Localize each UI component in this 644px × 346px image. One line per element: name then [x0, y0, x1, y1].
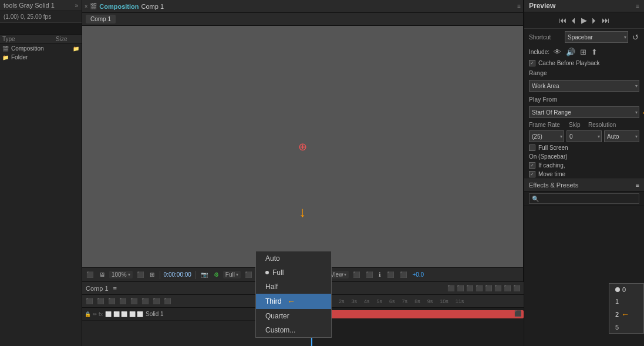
ruler-mark-11s: 11s [456, 298, 464, 304]
move-time-checkbox[interactable] [529, 171, 535, 177]
timecode-display[interactable]: 0:00:00:00 [164, 271, 191, 278]
3d-btn[interactable]: ⬛ [364, 271, 375, 278]
ep-search [524, 192, 644, 206]
play-btn[interactable]: ▶ [581, 16, 587, 25]
ruler-mark-2s: 2s [339, 298, 345, 304]
dropdown-item-quarter[interactable]: Quarter [256, 309, 331, 323]
tl-layer-tool-1[interactable]: ⬛ [85, 298, 94, 304]
tl-tool-3[interactable]: ⬛ [466, 285, 473, 291]
full-label: Full [272, 268, 284, 277]
ep-search-input[interactable] [529, 193, 639, 204]
export-icon-btn[interactable]: ⬆ [591, 47, 598, 57]
preview-btn[interactable]: ⬛ [385, 271, 396, 278]
layer-bar[interactable] [311, 310, 524, 318]
viewer-toggle-btn[interactable]: 🖥 [97, 271, 107, 278]
tl-tool-7[interactable]: ⬛ [504, 285, 511, 291]
skip-option-2[interactable]: 2 ← [609, 307, 643, 321]
right-panel: Preview ≡ ⏮ ⏴ ▶ ⏵ ⏭ Shortcut Spacebar ↺ [524, 0, 644, 346]
left-panel-expand-icon[interactable]: » [75, 2, 78, 9]
audio-icon-btn[interactable]: 🔊 [565, 47, 576, 57]
eye-icon-btn[interactable]: 👁 [553, 47, 562, 57]
play-from-section-label: Play From [524, 94, 644, 104]
tl-tool-4[interactable]: ⬛ [476, 285, 483, 291]
tl-tool-6[interactable]: ⬛ [494, 285, 501, 291]
quality-dropdown-arrow: ▾ [236, 272, 238, 277]
tl-layer-tool-4[interactable]: ⬛ [118, 298, 127, 304]
range-select[interactable]: Work Area [529, 80, 639, 92]
layer-name[interactable]: Solid 1 [146, 311, 274, 317]
tl-tool-1[interactable]: ⬛ [447, 285, 454, 291]
shortcut-row: Shortcut Spacebar ↺ [524, 29, 644, 45]
cache-before-playback-row: Cache Before Playback [524, 59, 644, 68]
dropdown-item-third[interactable]: Third ← [256, 294, 331, 309]
info-btn[interactable]: ℹ [377, 271, 383, 278]
include-label: Include: [529, 49, 549, 55]
grid-btn[interactable]: ⊞ [148, 271, 156, 278]
skip-dot [615, 287, 620, 292]
ruler-mark-6s: 6s [389, 298, 395, 304]
skip-back-btn[interactable]: ⏮ [559, 16, 567, 25]
color-btn[interactable]: ⚙ [212, 271, 221, 278]
tl-tool-2[interactable]: ⬛ [457, 285, 464, 291]
project-search-bar [0, 23, 82, 35]
play-from-select[interactable]: Start Of Range [529, 106, 639, 118]
shortcut-select[interactable]: Spacebar [565, 31, 628, 43]
frame-rate-label: Frame Rate [529, 122, 564, 128]
ruler-mark-8s: 8s [414, 298, 420, 304]
third-label: Third [265, 297, 281, 305]
comp-tab-icon: 🎬 [90, 3, 97, 9]
dropdown-item-full[interactable]: Full [256, 266, 331, 280]
coords-text: (1.00) 0, 25.00 fps [4, 14, 51, 20]
shortcut-select-wrapper: Spacebar [565, 31, 628, 43]
skip-option-dot[interactable]: 0 [609, 284, 643, 295]
timeline-right: 0s 1s 2s 3s 4s 5s 6s 7s 8s 9s 10s 11s [311, 295, 524, 346]
shortcut-label: Shortcut [529, 34, 561, 41]
tl-layer-tool-8[interactable]: ⬛ [163, 298, 172, 304]
zoom-dropdown[interactable]: 100% ▾ [109, 271, 133, 278]
skip-option-5[interactable]: 5 [609, 321, 643, 333]
tl-layer-tool-7[interactable]: ⬛ [151, 298, 161, 304]
comp-tab-close[interactable]: × [85, 4, 87, 9]
timeline-menu-icon[interactable]: ≡ [113, 285, 117, 292]
skip-forward-btn[interactable]: ⏭ [602, 16, 609, 25]
left-panel: tools Gray Solid 1 » (1.00) 0, 25.00 fps… [0, 0, 82, 346]
dropdown-item-half[interactable]: Half [256, 280, 331, 294]
tl-layer-tool-5[interactable]: ⬛ [129, 298, 139, 304]
transparency-btn[interactable]: ⬛ [243, 271, 254, 278]
preview-menu-icon[interactable]: ≡ [636, 3, 639, 9]
tl-tool-8[interactable]: ⬛ [513, 285, 520, 291]
quality-dropdown[interactable]: Full ▾ [223, 271, 241, 278]
snapshot-btn[interactable]: 📷 [199, 271, 210, 278]
tl-layer-tool-2[interactable]: ⬛ [96, 298, 105, 304]
if-caching-checkbox[interactable] [529, 162, 535, 169]
view-options-btn[interactable]: ⬛ [135, 271, 146, 278]
comp-tab-menu-icon[interactable]: ≡ [517, 3, 521, 9]
skip-option-1[interactable]: 1 [609, 295, 643, 307]
dropdown-item-auto[interactable]: Auto [256, 251, 331, 266]
render-btn[interactable]: ⬛ [398, 271, 409, 278]
overflow-icon-btn[interactable]: ⊞ [579, 47, 587, 57]
skip-select[interactable]: 0 [567, 130, 602, 142]
fullscreen-row: Full Screen [524, 143, 644, 152]
cache-checkbox[interactable] [529, 60, 535, 66]
step-back-btn[interactable]: ⏴ [570, 16, 578, 25]
dropdown-item-custom[interactable]: Custom... [256, 323, 331, 337]
tl-layer-tool-3[interactable]: ⬛ [107, 298, 116, 304]
sidebar-item-folder[interactable]: 📁 Folder [0, 53, 82, 62]
timeline-track: ⬛ [311, 308, 524, 346]
step-forward-btn[interactable]: ⏵ [591, 16, 598, 25]
res-select-wrapper: Auto [604, 130, 639, 142]
tl-layer-tool-6[interactable]: ⬛ [140, 298, 150, 304]
fullscreen-checkbox[interactable] [529, 145, 535, 151]
layout-btn[interactable]: ⬛ [351, 271, 362, 278]
layer-select-btn[interactable]: ⬛ [85, 271, 95, 278]
zoom-value: 100% [112, 271, 127, 278]
resolution-select[interactable]: Auto [604, 130, 639, 142]
shortcut-reset-btn[interactable]: ↺ [632, 32, 639, 42]
tl-tool-5[interactable]: ⬛ [485, 285, 492, 291]
sidebar-item-composition[interactable]: 🎬 Composition 📁 [0, 44, 82, 53]
ep-menu-icon[interactable]: ≡ [636, 182, 639, 189]
viewport-crosshair: ⊕ [298, 140, 307, 153]
fr-select[interactable]: (25) [529, 130, 564, 142]
comp-name-button[interactable]: Comp 1 [86, 15, 116, 23]
